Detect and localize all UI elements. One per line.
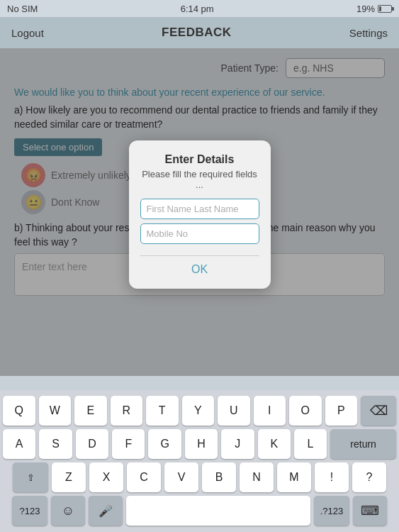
key-p[interactable]: P (325, 396, 358, 426)
key-y[interactable]: Y (182, 396, 215, 426)
keyboard: Q W E R T Y U I O P ⌫ A S D F G H J K L … (0, 390, 399, 532)
key-exclaim[interactable]: ! (315, 462, 349, 492)
key-h[interactable]: H (185, 429, 218, 459)
first-name-input[interactable] (140, 199, 259, 219)
key-shift[interactable]: ⇧ (13, 462, 48, 492)
keyboard-row-1: Q W E R T Y U I O P ⌫ (3, 396, 396, 426)
key-o[interactable]: O (289, 396, 322, 426)
key-n[interactable]: N (240, 462, 274, 492)
main-content: Patient Type: We would like you to think… (0, 48, 399, 376)
key-num-switch-2[interactable]: .?123 (314, 496, 349, 526)
dialog-subtitle: Please fill the required fields ... (140, 169, 259, 190)
keyboard-row-4: ?123 ☺ 🎤 .?123 ⌨ (3, 496, 396, 526)
dialog-divider (140, 255, 259, 256)
key-return[interactable]: return (330, 429, 396, 459)
key-m[interactable]: M (277, 462, 311, 492)
key-a[interactable]: A (3, 429, 35, 459)
key-l[interactable]: L (294, 429, 327, 459)
battery-icon (378, 5, 392, 13)
status-bar: No SIM 6:14 pm 19% (0, 0, 399, 17)
key-emoji[interactable]: ☺ (51, 496, 85, 526)
key-i[interactable]: I (254, 396, 286, 426)
key-e[interactable]: E (74, 396, 107, 426)
key-z[interactable]: Z (52, 462, 86, 492)
key-b[interactable]: B (202, 462, 236, 492)
key-w[interactable]: W (39, 396, 72, 426)
key-g[interactable]: G (148, 429, 181, 459)
key-x[interactable]: X (89, 462, 123, 492)
key-d[interactable]: D (76, 429, 108, 459)
key-v[interactable]: V (164, 462, 198, 492)
key-s[interactable]: S (39, 429, 72, 459)
keyboard-row-2: A S D F G H J K L return (3, 429, 396, 459)
key-space[interactable] (126, 496, 310, 526)
key-j[interactable]: J (221, 429, 254, 459)
keyboard-row-3: ⇧ Z X C V B N M ! ? (3, 462, 396, 492)
logout-button[interactable]: Logout (11, 24, 44, 42)
key-t[interactable]: T (146, 396, 179, 426)
key-k[interactable]: K (258, 429, 291, 459)
key-q[interactable]: Q (3, 396, 35, 426)
dialog-ok-button[interactable]: OK (140, 260, 259, 279)
key-question[interactable]: ? (352, 462, 386, 492)
time-label: 6:14 pm (181, 4, 214, 14)
mobile-input[interactable] (140, 223, 259, 244)
key-r[interactable]: R (111, 396, 143, 426)
key-f[interactable]: F (112, 429, 145, 459)
key-hide[interactable]: ⌨ (353, 496, 387, 526)
key-num-switch[interactable]: ?123 (12, 496, 47, 526)
dialog-title: Enter Details (140, 153, 259, 166)
key-delete[interactable]: ⌫ (361, 396, 396, 426)
carrier-label: No SIM (7, 4, 38, 14)
nav-bar: Logout FEEDBACK Settings (0, 17, 399, 48)
modal-overlay: Enter Details Please fill the required f… (0, 48, 399, 376)
status-indicators: 19% (356, 4, 392, 14)
enter-details-dialog: Enter Details Please fill the required f… (129, 140, 271, 289)
key-c[interactable]: C (127, 462, 161, 492)
nav-title: FEEDBACK (162, 26, 231, 40)
battery-percent: 19% (356, 4, 375, 14)
key-u[interactable]: U (218, 396, 250, 426)
key-mic[interactable]: 🎤 (89, 496, 123, 526)
settings-button[interactable]: Settings (349, 24, 388, 42)
